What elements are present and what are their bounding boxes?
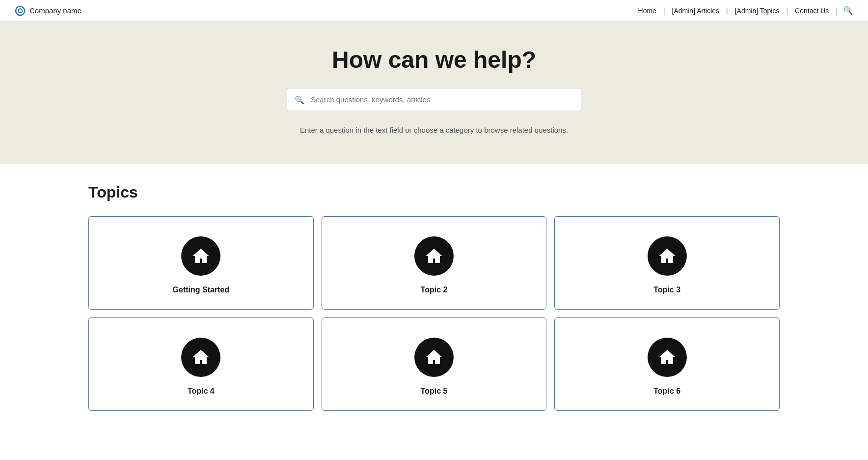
topic-icon-circle xyxy=(414,338,454,377)
topics-heading: Topics xyxy=(88,183,780,201)
home-icon xyxy=(190,346,212,368)
search-wrapper: 🔍 xyxy=(287,88,581,111)
topic-icon-circle xyxy=(181,236,220,276)
topic-label: Topic 6 xyxy=(653,387,680,396)
topics-grid: Getting Started Topic 2 Topic 3 Topic xyxy=(88,216,780,411)
topic-icon-circle xyxy=(181,338,220,377)
topic-icon-circle xyxy=(414,236,454,276)
svg-point-0 xyxy=(16,6,25,15)
topic-icon-circle xyxy=(648,236,687,276)
topic-card-4[interactable]: Topic 4 xyxy=(88,317,314,411)
hero-subtitle: Enter a question in the text field or ch… xyxy=(10,126,858,134)
nav-sep-4: | xyxy=(836,7,838,15)
header: Company name Home | [Admin] Articles | [… xyxy=(0,0,868,22)
nav-contact[interactable]: Contact Us xyxy=(792,7,832,15)
home-icon xyxy=(656,346,678,368)
topic-card-5[interactable]: Topic 5 xyxy=(322,317,547,411)
nav-sep-2: | xyxy=(726,7,728,15)
topic-label: Topic 2 xyxy=(421,286,448,294)
nav-sep-1: | xyxy=(663,7,665,15)
nav-home[interactable]: Home xyxy=(635,7,659,15)
topic-card-1[interactable]: Getting Started xyxy=(88,216,314,310)
search-input[interactable] xyxy=(287,88,581,111)
nav-sep-3: | xyxy=(786,7,788,15)
home-icon xyxy=(656,245,678,267)
topic-label: Topic 4 xyxy=(188,387,215,396)
topic-card-2[interactable]: Topic 2 xyxy=(322,216,547,310)
logo-icon xyxy=(15,5,26,16)
topic-label: Topic 5 xyxy=(421,387,448,396)
search-icon: 🔍 xyxy=(295,95,304,104)
topic-card-3[interactable]: Topic 3 xyxy=(554,216,780,310)
company-logo[interactable]: Company name xyxy=(15,5,81,16)
nav-topics[interactable]: [Admin] Topics xyxy=(732,7,783,15)
topic-label: Topic 3 xyxy=(653,286,680,294)
hero-section: How can we help? 🔍 Enter a question in t… xyxy=(0,22,868,164)
nav-articles[interactable]: [Admin] Articles xyxy=(669,7,722,15)
topic-card-6[interactable]: Topic 6 xyxy=(554,317,780,411)
topic-icon-circle xyxy=(648,338,687,377)
search-nav-icon[interactable]: 🔍 xyxy=(843,6,853,15)
topic-label: Getting Started xyxy=(173,286,230,294)
main-content: Topics Getting Started Topic 2 T xyxy=(0,164,868,440)
home-icon xyxy=(423,245,445,267)
svg-point-1 xyxy=(18,9,22,13)
main-nav: Home | [Admin] Articles | [Admin] Topics… xyxy=(635,6,853,15)
hero-title: How can we help? xyxy=(10,46,858,73)
home-icon xyxy=(190,245,212,267)
company-name-label: Company name xyxy=(29,6,81,15)
home-icon xyxy=(423,346,445,368)
